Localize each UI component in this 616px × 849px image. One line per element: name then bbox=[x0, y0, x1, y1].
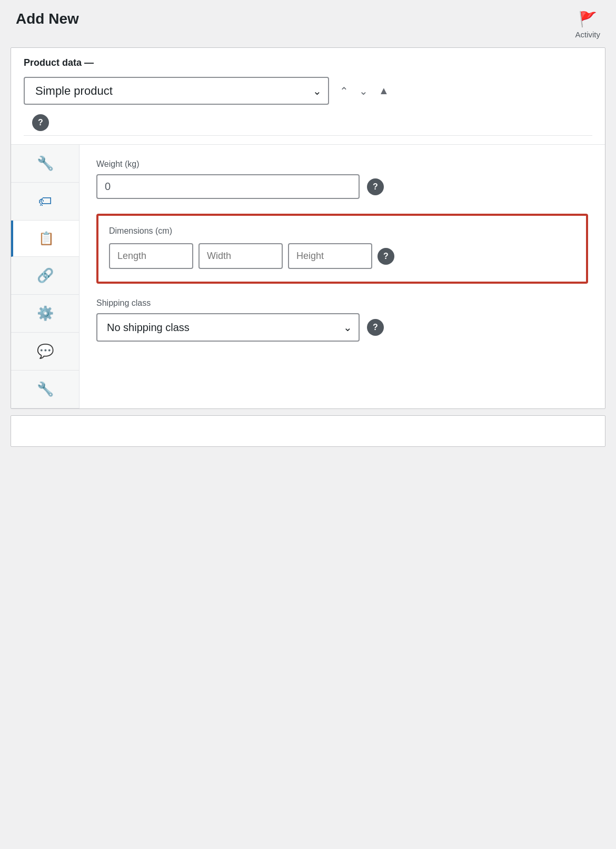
weight-help-icon[interactable]: ? bbox=[367, 178, 384, 195]
weight-field-row: ? bbox=[96, 174, 588, 199]
bottom-card bbox=[11, 415, 605, 447]
advanced-wrench-icon: 🔧 bbox=[37, 381, 54, 397]
product-type-select-wrapper: Simple product Variable product Grouped … bbox=[24, 77, 329, 105]
product-data-card: Product data — Simple product Variable p… bbox=[11, 47, 605, 409]
shipping-icon: 📋 bbox=[38, 231, 54, 246]
whatsapp-icon: 💬 bbox=[37, 343, 54, 359]
sort-up-button[interactable]: ⌃ bbox=[335, 82, 353, 101]
dimensions-highlight-box: Dimensions (cm) ? bbox=[96, 214, 588, 284]
sort-controls: ⌃ ⌄ ▲ bbox=[335, 82, 393, 101]
shipping-class-row: No shipping class ⌄ ? bbox=[96, 313, 588, 342]
sidebar-item-general[interactable]: 🔧 bbox=[11, 145, 79, 183]
dimensions-help-icon[interactable]: ? bbox=[377, 248, 394, 265]
product-type-row: Simple product Variable product Grouped … bbox=[24, 77, 592, 105]
width-input[interactable] bbox=[198, 243, 283, 269]
activity-label: Activity bbox=[575, 30, 600, 39]
dimensions-inputs: ? bbox=[109, 243, 575, 269]
shipping-class-select[interactable]: No shipping class bbox=[96, 313, 360, 342]
product-data-body: 🔧 🏷 📋 🔗 ⚙️ 💬 🔧 bbox=[11, 145, 605, 408]
gear-icon: ⚙️ bbox=[37, 305, 54, 322]
sidebar-item-inventory[interactable]: 🏷 bbox=[11, 183, 79, 221]
product-data-tabs: ? bbox=[24, 105, 592, 136]
product-type-select[interactable]: Simple product Variable product Grouped … bbox=[24, 77, 329, 105]
weight-label: Weight (kg) bbox=[96, 159, 588, 169]
page-title: Add New bbox=[16, 11, 79, 27]
question-icon: ? bbox=[32, 114, 49, 131]
shipping-select-wrapper: No shipping class ⌄ bbox=[96, 313, 360, 342]
length-input[interactable] bbox=[109, 243, 193, 269]
sidebar-item-advanced[interactable]: 🔧 bbox=[11, 371, 79, 408]
sidebar-item-linked[interactable]: 🔗 bbox=[11, 257, 79, 295]
tag-icon: 🏷 bbox=[38, 193, 52, 209]
sort-expand-button[interactable]: ▲ bbox=[374, 82, 393, 100]
shipping-class-field-group: Shipping class No shipping class ⌄ ? bbox=[96, 298, 588, 342]
weight-field-group: Weight (kg) ? bbox=[96, 159, 588, 199]
main-content: Product data — Simple product Variable p… bbox=[0, 47, 616, 447]
panel-content: Weight (kg) ? Dimensions (cm) ? bbox=[80, 145, 605, 408]
sidebar: 🔧 🏷 📋 🔗 ⚙️ 💬 🔧 bbox=[11, 145, 80, 408]
height-input[interactable] bbox=[288, 243, 372, 269]
link-icon: 🔗 bbox=[37, 267, 54, 284]
page-header: Add New 🚩 Activity bbox=[0, 0, 616, 47]
shipping-help-icon[interactable]: ? bbox=[367, 319, 384, 336]
tab-help-icon[interactable]: ? bbox=[24, 110, 57, 135]
wrench-icon: 🔧 bbox=[37, 155, 54, 172]
product-data-header: Product data — Simple product Variable p… bbox=[11, 48, 605, 145]
shipping-class-label: Shipping class bbox=[96, 298, 588, 308]
sort-down-button[interactable]: ⌄ bbox=[355, 82, 372, 101]
flag-icon: 🚩 bbox=[579, 11, 597, 28]
product-data-title: Product data — bbox=[24, 57, 592, 68]
dimensions-label: Dimensions (cm) bbox=[109, 226, 575, 236]
sidebar-item-attributes[interactable]: ⚙️ bbox=[11, 295, 79, 333]
sidebar-item-whatsapp[interactable]: 💬 bbox=[11, 333, 79, 371]
weight-input[interactable] bbox=[96, 174, 360, 199]
sidebar-item-shipping[interactable]: 📋 bbox=[11, 221, 79, 257]
activity-button[interactable]: 🚩 Activity bbox=[575, 11, 600, 39]
